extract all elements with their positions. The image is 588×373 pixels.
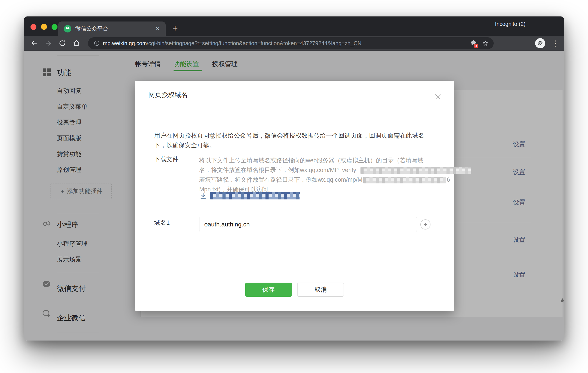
help-line: 若填写路径，将文件放置在路径目录下，例如wx.qq.com/mp/M6 [199,175,471,184]
browser-titlebar: 微信公众平台 ✕ + [24,16,564,36]
dialog-title: 网页授权域名 [148,90,188,99]
add-domain-button[interactable]: + [420,219,430,230]
download-verify-file-link[interactable] [199,192,300,200]
description-line: 用户在网页授权页同意授权给公众号后，微信会将授权数据传给一个回调页面，回调页面需… [154,131,437,140]
incognito-avatar[interactable] [535,38,545,48]
tab-title: 微信公众平台 [75,25,156,32]
redacted-filename-block [210,192,300,199]
help-line: 将以下文件上传至填写域名或路径指向的web服务器（或虚拟主机）的目录（若填写域 [199,156,471,165]
close-icon [434,93,442,101]
browser-menu-button[interactable]: ⋮ [552,38,558,49]
wechat-favicon-icon [64,25,71,32]
minimize-window-button[interactable] [41,24,47,30]
new-tab-button[interactable]: + [170,23,180,34]
screenshot-stage: 微信公众平台 ✕ + mp.weixin.qq.com/cgi-bin/sett… [0,0,588,373]
incognito-icon [537,40,544,47]
extension-error-badge: x [474,44,478,48]
bookmark-star-icon[interactable] [482,40,489,47]
help-line: 名，将文件放置在域名根目录下，例如wx.qq.com/MP_verify_ [199,165,471,175]
domain1-label: 域名1 [154,219,170,227]
cancel-button[interactable]: 取消 [297,283,344,297]
incognito-label: Incognito (2) [495,16,525,31]
save-button[interactable]: 保存 [245,283,292,297]
zoom-window-button[interactable] [52,24,57,30]
back-button[interactable] [29,38,39,48]
dialog-close-button[interactable] [432,91,443,102]
tab-close-icon[interactable]: ✕ [156,26,160,32]
reload-button[interactable] [57,38,67,48]
download-icon [199,192,207,200]
close-window-button[interactable] [31,24,36,30]
redacted-text-block [363,177,446,183]
web-auth-domain-dialog: 网页授权域名 用户在网页授权页同意授权给公众号后，微信会将授权数据传给一个回调页… [135,81,454,311]
redacted-text-block [360,167,471,174]
home-button[interactable] [72,38,81,48]
dialog-description: 用户在网页授权页同意授权给公众号后，微信会将授权数据传给一个回调页面，回调页面需… [154,131,437,150]
address-bar[interactable]: mp.weixin.qq.com/cgi-bin/settingpage?t=s… [88,37,494,49]
domain1-input[interactable] [199,217,417,232]
url-text: mp.weixin.qq.com/cgi-bin/settingpage?t=s… [103,40,470,46]
browser-window: 微信公众平台 ✕ + mp.weixin.qq.com/cgi-bin/sett… [24,16,564,341]
download-help-text: 将以下文件上传至填写域名或路径指向的web服务器（或虚拟主机）的目录（若填写域 … [199,156,471,194]
extensions-button[interactable]: x [470,40,477,47]
page-info-icon[interactable] [94,40,100,46]
url-path: /cgi-bin/settingpage?t=setting/function&… [147,40,362,46]
description-line: 下，以确保安全可靠。 [154,140,437,150]
forward-button[interactable] [43,38,53,48]
url-host: mp.weixin.qq.com [103,40,147,46]
browser-tab[interactable]: 微信公众平台 ✕ [58,21,166,36]
download-file-label: 下载文件 [154,155,178,163]
